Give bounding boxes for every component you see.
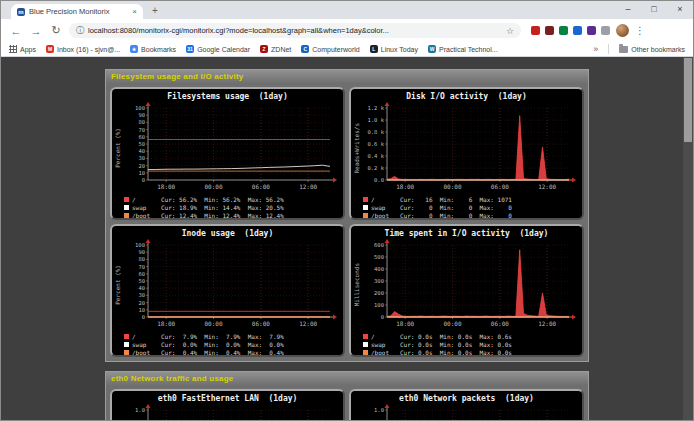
svg-text:40: 40 [138, 285, 145, 291]
legend-swatch [124, 197, 129, 202]
legend-label: / [371, 196, 397, 203]
svg-text:90: 90 [138, 249, 145, 255]
legend-values: Cur: 18.9% Min: 14.4% Max: 20.5% [161, 204, 284, 211]
back-icon[interactable]: ← [9, 25, 23, 37]
legend-values: Cur: 0.0s Min: 0.0s Max: 0.0s [400, 341, 512, 348]
forward-icon[interactable]: → [29, 25, 43, 37]
chart-title: eth0 FastEthernet LAN (1day) [112, 393, 343, 404]
bookmark-label: Practical Technol... [439, 46, 498, 53]
folder-icon [619, 46, 628, 53]
svg-text:0.2 k: 0.2 k [367, 165, 384, 171]
legend-label: / [132, 333, 158, 340]
bookmark-label: Bookmarks [141, 46, 176, 53]
apps-label: Apps [20, 46, 36, 53]
svg-text:0: 0 [142, 177, 145, 183]
bookmark-google-calendar-icon: 31 [186, 45, 194, 53]
chart-plot: 010203040506070809010018:0000:0006:0012:… [122, 239, 340, 331]
bookmark-zdnet[interactable]: ZZDNet [260, 45, 291, 53]
bookmark-computerworld[interactable]: CComputerworld [301, 45, 359, 53]
section-filesystem: Filesystem usage and I/O activity Filesy… [105, 69, 589, 362]
extension-5-icon[interactable] [587, 26, 596, 35]
bookmarks-overflow-icon[interactable]: » [593, 44, 598, 54]
svg-text:100: 100 [374, 302, 384, 308]
other-bookmarks-button[interactable]: Other bookmarks [619, 46, 685, 53]
extension-2-icon[interactable] [545, 26, 554, 35]
extension-3-icon[interactable] [559, 26, 568, 35]
maximize-button[interactable]: □ [641, 1, 667, 18]
legend-values: Cur: 0.0s Min: 0.0s Max: 0.6s [400, 333, 512, 340]
scrollbar[interactable] [683, 57, 693, 420]
svg-text:40: 40 [138, 148, 145, 154]
bookmark-bookmarks[interactable]: ★Bookmarks [130, 45, 176, 53]
legend-row: /Cur: 56.2% Min: 56.2% Max: 56.2% [124, 195, 343, 203]
svg-text:12:00: 12:00 [299, 320, 317, 327]
chart-plot: 1.00.80.60.40.20.018:0000:0006:0012:00 [122, 404, 340, 420]
bookmark-star-icon[interactable]: ☆ [506, 26, 514, 36]
bookmark-linux-today[interactable]: LLinux Today [370, 45, 418, 53]
close-button[interactable]: × [667, 1, 693, 18]
apps-grid-icon [9, 45, 17, 53]
extension-1-icon[interactable] [531, 26, 540, 35]
svg-text:400: 400 [374, 266, 384, 272]
legend-swatch [124, 213, 129, 218]
svg-text:30: 30 [138, 155, 145, 161]
new-tab-button[interactable]: + [147, 4, 163, 18]
chart-filesystems-usage[interactable]: Filesystems usage (1day) Percent (%) 010… [110, 87, 345, 220]
chart-eth0-traffic[interactable]: eth0 FastEthernet LAN (1day) 1.00.80.60.… [110, 389, 345, 420]
url-text: localhost:8080/monitorix-cgi/monitorix.c… [88, 26, 502, 35]
tab-close-icon[interactable]: × [132, 7, 137, 16]
bookmark-label: ZDNet [271, 46, 291, 53]
svg-text:100: 100 [135, 105, 145, 111]
chart-title: Time spent in I/O activity (1day) [351, 228, 582, 239]
page-info-icon[interactable]: ⓘ [76, 25, 84, 36]
filesystem-charts-grid: Filesystems usage (1day) Percent (%) 010… [106, 83, 588, 361]
tab-strip: m Blue Precision Monitorix × + – □ × [1, 1, 693, 19]
svg-text:06:00: 06:00 [252, 320, 270, 327]
browser-tab[interactable]: m Blue Precision Monitorix × [11, 4, 143, 19]
minimize-button[interactable]: – [615, 1, 641, 18]
legend-row: /bootCur: 0.0s Min: 0.0s Max: 0.0s [363, 348, 582, 356]
svg-text:00:00: 00:00 [443, 183, 461, 190]
network-charts-grid: eth0 FastEthernet LAN (1day) 1.00.80.60.… [106, 385, 588, 420]
extension-4-icon[interactable] [573, 26, 582, 35]
chart-time-in-io[interactable]: Time spent in I/O activity (1day) Millis… [349, 224, 584, 357]
legend-label: swap [371, 204, 397, 211]
legend-label: /boot [371, 212, 397, 219]
svg-text:18:00: 18:00 [396, 320, 414, 327]
y-axis-label: Reads+Writes/s [351, 102, 361, 194]
svg-text:00:00: 00:00 [204, 183, 222, 190]
tab-title: Blue Precision Monitorix [29, 7, 128, 16]
address-bar[interactable]: ⓘ localhost:8080/monitorix-cgi/monitorix… [69, 23, 521, 38]
reload-icon[interactable]: ↻ [49, 24, 63, 37]
svg-text:0.0: 0.0 [374, 177, 384, 183]
svg-text:600: 600 [374, 242, 384, 248]
legend-row: /bootCur: 0.4% Min: 0.4% Max: 0.4% [124, 348, 343, 356]
svg-text:18:00: 18:00 [396, 183, 414, 190]
svg-text:300: 300 [374, 278, 384, 284]
legend-values: Cur: 0.0s Min: 0.0s Max: 0.0s [400, 349, 512, 356]
chart-title: eth0 Network packets (1day) [351, 393, 582, 404]
bookmark-practical-technology[interactable]: WPractical Technol... [428, 45, 498, 53]
legend-swatch [124, 342, 129, 347]
legend-swatch [363, 334, 368, 339]
chart-inode-usage[interactable]: Inode usage (1day) Percent (%) 010203040… [110, 224, 345, 357]
apps-shortcut[interactable]: Apps [9, 45, 36, 53]
bookmark-inbox[interactable]: MInbox (16) - sjvn@... [46, 45, 120, 53]
legend-label: swap [132, 204, 158, 211]
chart-eth0-packets[interactable]: eth0 Network packets (1day) 1.00.80.60.4… [349, 389, 584, 420]
legend-row: swapCur: 0.0% Min: 0.0% Max: 0.0% [124, 340, 343, 348]
svg-text:00:00: 00:00 [204, 320, 222, 327]
profile-avatar[interactable] [616, 24, 629, 37]
scrollbar-thumb[interactable] [684, 58, 692, 142]
extension-6-icon[interactable] [601, 26, 610, 35]
browser-menu-icon[interactable]: ⋮ [635, 25, 645, 36]
bookmark-google-calendar[interactable]: 31Google Calendar [186, 45, 250, 53]
legend-row: /bootCur: 0 Min: 0 Max: 0 [363, 211, 582, 219]
legend-row: swapCur: 0 Min: 0 Max: 0 [363, 203, 582, 211]
chart-disk-io-activity[interactable]: Disk I/O activity (1day) Reads+Writes/s … [349, 87, 584, 220]
chart-plot: 1.00.80.60.40.20.018:0000:0006:0012:00 [361, 404, 579, 420]
chart-title: Disk I/O activity (1day) [351, 91, 582, 102]
legend-values: Cur: 0.0% Min: 0.0% Max: 0.0% [161, 341, 284, 348]
legend-swatch [363, 350, 368, 355]
svg-text:500: 500 [374, 254, 384, 260]
